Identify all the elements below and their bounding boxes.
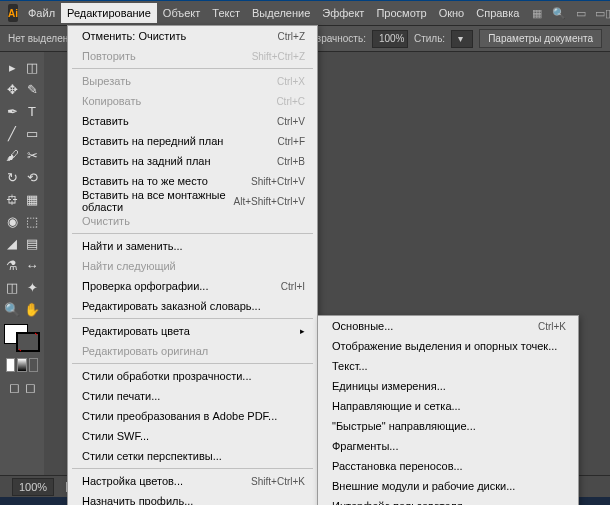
menu-item[interactable]: Внешние модули и рабочие диски... [318, 476, 578, 496]
menu-выделение[interactable]: Выделение [246, 3, 316, 23]
style-dropdown[interactable]: ▾ [451, 30, 473, 48]
zoom-field[interactable]: 100% [12, 478, 54, 496]
menu-item[interactable]: Фрагменты... [318, 436, 578, 456]
tool-icon[interactable]: ╱ [3, 123, 21, 143]
tool-icon[interactable]: ◫ [3, 277, 21, 297]
menu-shortcut: Shift+Ctrl+Z [252, 51, 305, 62]
screen-mode-icon[interactable]: ◻ [7, 377, 21, 397]
menu-item[interactable]: Проверка орфографии...Ctrl+I [68, 276, 317, 296]
menu-item-label: "Быстрые" направляющие... [332, 420, 476, 432]
layout-icon[interactable]: ▭ [573, 5, 589, 21]
menu-item[interactable]: Вставить на все монтажные областиAlt+Shi… [68, 191, 317, 211]
tool-icon[interactable]: 🔍 [3, 299, 21, 319]
tool-icon[interactable]: ✎ [23, 79, 41, 99]
tool-icon[interactable]: ↔ [23, 255, 41, 275]
menu-item[interactable]: Редактировать заказной словарь... [68, 296, 317, 316]
menu-item[interactable]: Расстановка переносов... [318, 456, 578, 476]
menu-item[interactable]: Текст... [318, 356, 578, 376]
menu-item[interactable]: Стили сетки перспективы... [68, 446, 317, 466]
menu-текст[interactable]: Текст [206, 3, 246, 23]
menu-item-label: Редактировать цвета [82, 325, 190, 337]
screen-mode-alt-icon[interactable]: ◻ [23, 377, 37, 397]
menu-item[interactable]: Стили обработки прозрачности... [68, 366, 317, 386]
menu-просмотр[interactable]: Просмотр [370, 3, 432, 23]
fill-stroke-swatch[interactable] [4, 324, 40, 352]
color-solid-icon[interactable] [6, 358, 15, 372]
color-mode-row [2, 356, 42, 374]
opacity-field[interactable]: 100% [372, 30, 408, 48]
search-icon[interactable]: 🔍 [551, 5, 567, 21]
stroke-color-icon[interactable] [16, 332, 40, 352]
menu-item-label: Отменить: Очистить [82, 30, 186, 42]
menu-item-label: Вставить на задний план [82, 155, 211, 167]
menu-item-label: Очистить [82, 215, 130, 227]
tool-icon[interactable]: ⟲ [23, 167, 41, 187]
tool-icon[interactable]: 🖌 [3, 145, 21, 165]
tool-icon[interactable]: ✒ [3, 101, 21, 121]
menu-справка[interactable]: Справка [470, 3, 525, 23]
menu-эффект[interactable]: Эффект [316, 3, 370, 23]
menu-item-label: Стили SWF... [82, 430, 149, 442]
tool-icon[interactable]: ▭ [23, 123, 41, 143]
menu-item[interactable]: Найти и заменить... [68, 236, 317, 256]
menu-item-label: Отображение выделения и опорных точек... [332, 340, 557, 352]
menu-shortcut: Ctrl+X [277, 76, 305, 87]
menu-shortcut: Ctrl+I [281, 281, 305, 292]
menu-item[interactable]: Направляющие и сетка... [318, 396, 578, 416]
menu-item: ВырезатьCtrl+X [68, 71, 317, 91]
menu-item[interactable]: Основные...Ctrl+K [318, 316, 578, 336]
menu-item[interactable]: Вставить на то же местоShift+Ctrl+V [68, 171, 317, 191]
tool-icon[interactable]: ◉ [3, 211, 21, 231]
menu-item[interactable]: Единицы измерения... [318, 376, 578, 396]
color-gradient-icon[interactable] [17, 358, 26, 372]
document-params-button[interactable]: Параметры документа [479, 29, 602, 48]
menu-item[interactable]: Стили печати... [68, 386, 317, 406]
menu-файл[interactable]: Файл [22, 3, 61, 23]
color-none-icon[interactable] [29, 358, 38, 372]
menu-item-label: Вставить на то же место [82, 175, 208, 187]
tool-icon[interactable]: ▤ [23, 233, 41, 253]
menu-item[interactable]: "Быстрые" направляющие... [318, 416, 578, 436]
menu-item[interactable]: ВставитьCtrl+V [68, 111, 317, 131]
menu-item[interactable]: Вставить на задний планCtrl+B [68, 151, 317, 171]
menu-объект[interactable]: Объект [157, 3, 206, 23]
tool-icon[interactable]: ◢ [3, 233, 21, 253]
menu-item[interactable]: Отменить: ОчиститьCtrl+Z [68, 26, 317, 46]
tool-icon[interactable]: ✥ [3, 79, 21, 99]
tool-icon[interactable]: T [23, 101, 41, 121]
menu-item[interactable]: Интерфейс пользователя... [318, 496, 578, 505]
tool-icon[interactable]: ⬚ [23, 211, 41, 231]
menubar: Ai ФайлРедактированиеОбъектТекстВыделени… [0, 1, 610, 26]
tool-icon[interactable]: ✋ [23, 299, 41, 319]
menu-item-label: Внешние модули и рабочие диски... [332, 480, 515, 492]
tool-icon[interactable]: ⚗ [3, 255, 21, 275]
menu-item-label: Проверка орфографии... [82, 280, 208, 292]
menu-item-label: Найти и заменить... [82, 240, 183, 252]
arrange-icon[interactable]: ▭▯ [595, 5, 610, 21]
menu-item-label: Расстановка переносов... [332, 460, 463, 472]
menu-item[interactable]: Редактировать цвета [68, 321, 317, 341]
menu-редактирование[interactable]: Редактирование [61, 3, 157, 23]
menu-item[interactable]: Стили SWF... [68, 426, 317, 446]
menu-item[interactable]: Настройка цветов...Shift+Ctrl+K [68, 471, 317, 491]
tool-icon[interactable]: ⯐ [3, 189, 21, 209]
menu-item[interactable]: Вставить на передний планCtrl+F [68, 131, 317, 151]
tool-icon[interactable]: ✂ [23, 145, 41, 165]
menu-item[interactable]: Назначить профиль... [68, 491, 317, 505]
tool-icon[interactable]: ▸ [3, 57, 21, 77]
tool-icon[interactable]: ↻ [3, 167, 21, 187]
menu-shortcut: Ctrl+Z [278, 31, 306, 42]
menu-окно[interactable]: Окно [433, 3, 471, 23]
menu-item[interactable]: Отображение выделения и опорных точек... [318, 336, 578, 356]
menu-item-label: Вставить на все монтажные области [82, 189, 234, 213]
menu-item: Очистить [68, 211, 317, 231]
window-grid-icon[interactable]: ▦ [529, 5, 545, 21]
tool-icon[interactable]: ✦ [23, 277, 41, 297]
tool-icon[interactable]: ▦ [23, 189, 41, 209]
tool-icon[interactable]: ◫ [23, 57, 41, 77]
menu-separator [72, 318, 313, 319]
menu-item-label: Настройка цветов... [82, 475, 183, 487]
menu-item-label: Редактировать заказной словарь... [82, 300, 261, 312]
menu-item[interactable]: Стили преобразования в Adobe PDF... [68, 406, 317, 426]
menu-separator [72, 233, 313, 234]
